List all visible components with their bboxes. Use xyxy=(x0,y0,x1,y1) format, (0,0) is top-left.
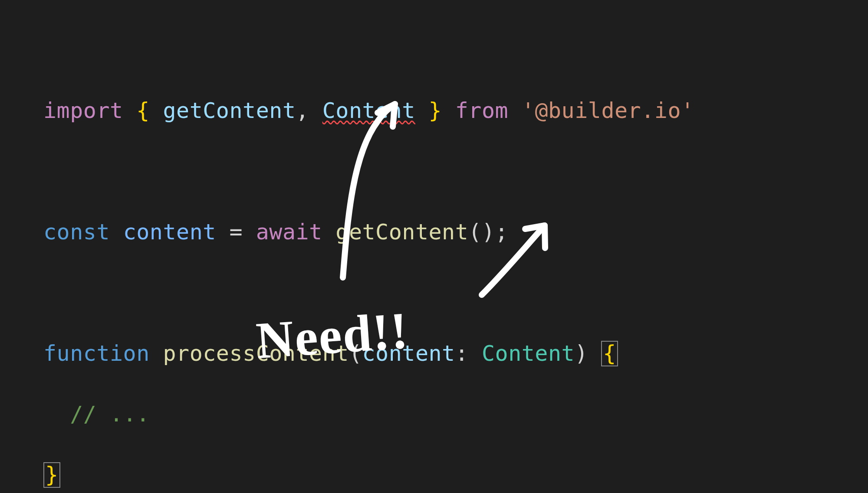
comma: , xyxy=(296,98,309,123)
comment: // ... xyxy=(70,402,150,427)
code-line-5[interactable]: function processContent(content: Content… xyxy=(43,338,825,369)
rparen: ) xyxy=(575,341,588,366)
colon: : xyxy=(455,341,469,366)
brace-close: } xyxy=(429,98,442,123)
type-Content: Content xyxy=(482,341,575,366)
code-line-7[interactable]: } xyxy=(43,460,825,490)
keyword-await: await xyxy=(256,219,322,245)
code-editor[interactable]: import { getContent, Content } from '@bu… xyxy=(0,0,868,493)
code-line-1[interactable]: import { getContent, Content } from '@bu… xyxy=(43,95,825,126)
call-parens: (); xyxy=(468,219,508,245)
keyword-import: import xyxy=(43,98,123,123)
brace-open: { xyxy=(136,98,150,123)
import-package: '@builder.io' xyxy=(522,98,694,123)
keyword-function: function xyxy=(43,341,150,366)
call-getContent: getContent xyxy=(335,219,468,245)
blank-line xyxy=(43,156,825,186)
code-line-3[interactable]: const content = await getContent(); xyxy=(43,217,825,247)
fn-brace-open-highlight: { xyxy=(601,341,618,366)
keyword-const: const xyxy=(43,219,110,245)
code-line-6[interactable]: // ... xyxy=(43,399,825,429)
blank-line xyxy=(43,278,825,308)
fn-brace-close-highlight: } xyxy=(43,462,60,488)
import-getContent: getContent xyxy=(163,98,296,123)
import-Content-error[interactable]: Content xyxy=(322,98,415,123)
var-content: content xyxy=(123,219,216,245)
annotation-need-text: Need!! xyxy=(254,294,411,377)
equals: = xyxy=(229,219,243,245)
keyword-from: from xyxy=(455,98,508,123)
